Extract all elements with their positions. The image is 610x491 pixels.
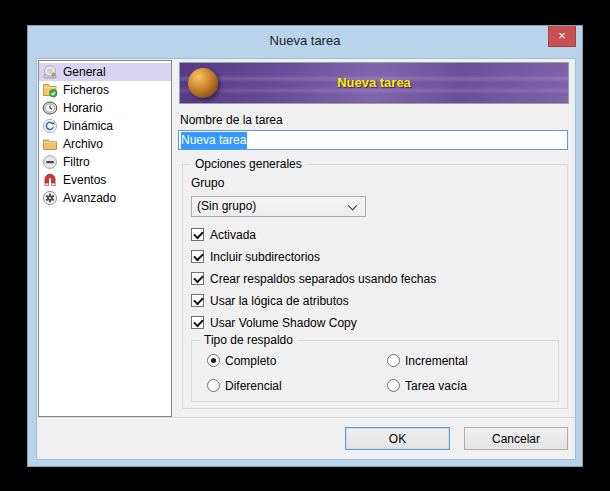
folder-icon (42, 136, 58, 152)
cancel-button[interactable]: Cancelar (464, 427, 568, 450)
radio-label: Completo (225, 354, 276, 368)
close-icon: × (558, 28, 566, 43)
folder-check-icon (42, 82, 58, 98)
sidebar-item-archivo[interactable]: Archivo (39, 135, 171, 153)
minus-circle-icon (42, 154, 58, 170)
sidebar-item-label: General (63, 65, 106, 79)
close-button[interactable]: × (548, 26, 576, 47)
sidebar-item-filtro[interactable]: Filtro (39, 153, 171, 171)
titlebar[interactable]: Nueva tarea (28, 26, 582, 58)
sidebar-item-label: Ficheros (63, 83, 109, 97)
sidebar-item-eventos[interactable]: Eventos (39, 171, 171, 189)
checkbox-respaldos-fechas[interactable]: Crear respaldos separados usando fechas (191, 271, 436, 286)
dialog-footer: OK Cancelar (37, 417, 575, 459)
radio-tarea-vacia[interactable]: Tarea vacía (387, 378, 467, 393)
radio-unselected-icon[interactable] (207, 379, 220, 392)
magnet-icon (42, 172, 58, 188)
sidebar-item-label: Avanzado (63, 191, 116, 205)
checkbox-label: Activada (210, 228, 256, 242)
checkbox-activada[interactable]: Activada (191, 227, 256, 242)
checkbox-checked-icon[interactable] (191, 294, 204, 307)
sidebar-item-avanzado[interactable]: Avanzado (39, 189, 171, 207)
radio-label: Incremental (405, 354, 468, 368)
general-options-group: Opciones generales Grupo (Sin grupo) Act… (182, 164, 568, 409)
checkbox-checked-icon[interactable] (191, 250, 204, 263)
checkbox-label: Usar la lógica de atributos (210, 294, 349, 308)
group-select-value: (Sin grupo) (197, 199, 256, 213)
dialog-content: General Ficheros Horario Dinámica (36, 58, 576, 460)
radio-label: Diferencial (225, 379, 282, 393)
checkbox-logica-atributos[interactable]: Usar la lógica de atributos (191, 293, 349, 308)
radio-label: Tarea vacía (405, 379, 467, 393)
group-title: Tipo de respaldo (200, 333, 297, 348)
sidebar-item-label: Dinámica (63, 119, 113, 133)
refresh-icon (42, 118, 58, 134)
sidebar-item-label: Eventos (63, 173, 106, 187)
sidebar-item-label: Archivo (63, 137, 103, 151)
chevron-down-icon (348, 201, 358, 211)
task-name-label: Nombre de la tarea (180, 113, 283, 127)
radio-selected-icon[interactable] (207, 354, 220, 367)
checkbox-label: Crear respaldos separados usando fechas (210, 272, 436, 286)
checkbox-checked-icon[interactable] (191, 316, 204, 329)
checkbox-incluir-subdirectorios[interactable]: Incluir subdirectorios (191, 249, 320, 264)
sidebar-item-general[interactable]: General (39, 63, 171, 81)
checkbox-volume-shadow-copy[interactable]: Usar Volume Shadow Copy (191, 315, 357, 330)
task-name-value: Nueva tarea (181, 132, 247, 149)
sidebar-item-dinamica[interactable]: Dinámica (39, 117, 171, 135)
task-name-input[interactable]: Nueva tarea (178, 130, 568, 150)
banner-title: Nueva tarea (180, 63, 568, 103)
gear-circle-icon (42, 190, 58, 206)
radio-incremental[interactable]: Incremental (387, 353, 468, 368)
sidebar-item-ficheros[interactable]: Ficheros (39, 81, 171, 99)
ok-button[interactable]: OK (345, 427, 450, 450)
sidebar-item-label: Filtro (63, 155, 90, 169)
disc-burner-icon (42, 64, 58, 80)
group-select[interactable]: (Sin grupo) (191, 196, 366, 217)
grupo-label: Grupo (191, 176, 224, 190)
checkbox-checked-icon[interactable] (191, 272, 204, 285)
window-title: Nueva tarea (270, 33, 341, 48)
radio-unselected-icon[interactable] (387, 354, 400, 367)
clock-icon (42, 100, 58, 116)
backup-type-group: Tipo de respaldo Completo Incremental Di… (191, 340, 559, 402)
new-task-dialog: Nueva tarea × General Ficheros (27, 25, 583, 467)
checkbox-label: Usar Volume Shadow Copy (210, 316, 357, 330)
radio-completo[interactable]: Completo (207, 353, 276, 368)
radio-diferencial[interactable]: Diferencial (207, 378, 282, 393)
sidebar: General Ficheros Horario Dinámica (38, 60, 172, 417)
radio-unselected-icon[interactable] (387, 379, 400, 392)
group-title: Opciones generales (191, 157, 306, 172)
checkbox-checked-icon[interactable] (191, 228, 204, 241)
sidebar-item-horario[interactable]: Horario (39, 99, 171, 117)
checkbox-label: Incluir subdirectorios (210, 250, 320, 264)
page-banner: Nueva tarea (179, 62, 569, 104)
sidebar-item-label: Horario (63, 101, 102, 115)
